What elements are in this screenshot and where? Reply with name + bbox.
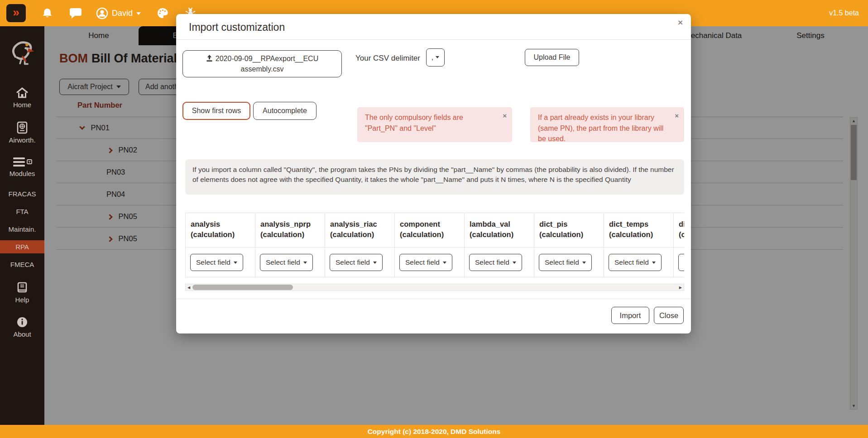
mapping-column-header: component(calculation) xyxy=(395,213,465,247)
chevron-down-icon xyxy=(373,262,377,266)
existing-part-alert: If a part already exists in your library… xyxy=(530,107,684,142)
passport-globe-icon xyxy=(16,121,28,134)
mapping-column-header: analysis_nprp(calculation) xyxy=(255,213,325,247)
mapping-column-header: lambda_val(calculation) xyxy=(465,213,534,247)
sidebar-item-fracas[interactable]: FRACAS xyxy=(0,187,44,200)
scroll-left-icon[interactable]: ◀ xyxy=(187,285,190,291)
user-name: David xyxy=(112,9,133,18)
chevron-down-icon xyxy=(513,262,516,266)
copyright-text: Copyright (c) 2018-2020, DMD Solutions xyxy=(368,428,501,436)
home-icon xyxy=(16,87,29,99)
double-chevron-icon: » xyxy=(13,6,19,18)
modal-close-icon[interactable]: × xyxy=(678,18,683,28)
compulsory-fields-alert: The only compulsory fields are "Part_PN"… xyxy=(357,107,512,142)
csv-delimiter-dropdown[interactable]: , xyxy=(426,48,445,67)
upload-icon xyxy=(206,55,213,62)
upload-file-button[interactable]: Upload File xyxy=(525,49,579,66)
sidebar: Home Airworth. Modules FRACAS FTA Mainta… xyxy=(0,26,44,425)
footer: Copyright (c) 2018-2020, DMD Solutions xyxy=(0,425,868,438)
select-field-dropdown[interactable]: Select field xyxy=(190,254,243,271)
select-field-dropdown[interactable]: Select field xyxy=(260,254,313,271)
horizontal-scrollbar[interactable]: ◀ ▶ xyxy=(185,284,684,291)
close-button[interactable]: Close xyxy=(654,307,684,324)
alert-close-icon[interactable]: × xyxy=(503,111,507,121)
sidebar-item-fmeca[interactable]: FMECA xyxy=(0,258,44,271)
chevron-down-icon xyxy=(443,262,446,266)
app-version: v1.5 beta xyxy=(829,9,859,17)
scrollbar-thumb[interactable] xyxy=(192,285,293,290)
help-book-icon xyxy=(16,282,28,294)
select-field-dropdown[interactable]: Select field xyxy=(469,254,522,271)
choose-file-button[interactable]: 2020-09-09__RPAexport__ECU assembly.csv xyxy=(182,50,342,77)
mapping-column-header: dict_pis(calculation) xyxy=(534,213,604,247)
sidebar-item-fta[interactable]: FTA xyxy=(0,205,44,218)
mapping-column-header: analysis(calculation) xyxy=(186,213,255,247)
chat-icon[interactable] xyxy=(69,7,82,19)
chevron-down-icon xyxy=(582,262,586,266)
modules-menu-icon xyxy=(12,157,32,167)
sidebar-item-modules[interactable]: Modules xyxy=(0,154,44,180)
mapping-column-header: analysis_riac(calculation) xyxy=(325,213,395,247)
notifications-bell-icon[interactable] xyxy=(41,7,53,19)
import-customization-modal: Import customization × 2020-09-09__RPAex… xyxy=(176,14,691,333)
mapping-column-header: di(c xyxy=(674,213,684,247)
select-field-dropdown[interactable]: Select field xyxy=(399,254,452,271)
user-menu[interactable]: David xyxy=(96,7,141,19)
chevron-down-icon xyxy=(234,262,237,266)
csv-delimiter-label: Your CSV delimiter xyxy=(355,54,420,63)
quantity-info-box: If you import a column called "Quantity"… xyxy=(185,159,684,195)
sidebar-expand-button[interactable]: » xyxy=(6,4,26,22)
sidebar-item-home[interactable]: Home xyxy=(0,84,44,111)
select-field-dropdown[interactable]: Select field xyxy=(539,254,592,271)
chevron-down-icon xyxy=(436,56,439,61)
select-field-dropdown[interactable]: Select field xyxy=(609,254,662,271)
sidebar-item-about[interactable]: About xyxy=(0,314,44,341)
select-field-dropdown[interactable]: Select field xyxy=(678,254,684,271)
modal-title: Import customization xyxy=(189,21,285,33)
chevron-down-icon xyxy=(303,262,307,266)
sidebar-item-maintainability[interactable]: Maintain. xyxy=(0,223,44,236)
autocomplete-button[interactable]: Autocomplete xyxy=(253,102,317,120)
show-first-rows-button[interactable]: Show first rows xyxy=(182,102,250,120)
chevron-down-icon xyxy=(136,12,141,17)
import-button[interactable]: Import xyxy=(611,307,649,324)
theme-palette-icon[interactable] xyxy=(156,7,169,19)
alert-close-icon[interactable]: × xyxy=(675,111,679,121)
info-icon xyxy=(16,316,28,328)
field-mapping-table: analysis(calculation) analysis_nprp(calc… xyxy=(185,213,684,277)
chevron-down-icon xyxy=(652,262,656,266)
sidebar-item-rpa[interactable]: RPA xyxy=(0,240,44,253)
sidebar-item-help[interactable]: Help xyxy=(0,279,44,306)
mapping-column-header: dict_temps(calculation) xyxy=(604,213,674,247)
sidebar-item-airworthiness[interactable]: Airworth. xyxy=(0,119,44,147)
scroll-right-icon[interactable]: ▶ xyxy=(679,285,682,291)
select-field-dropdown[interactable]: Select field xyxy=(330,254,383,271)
robin-bird-logo xyxy=(9,38,36,66)
user-avatar-icon xyxy=(96,7,108,19)
